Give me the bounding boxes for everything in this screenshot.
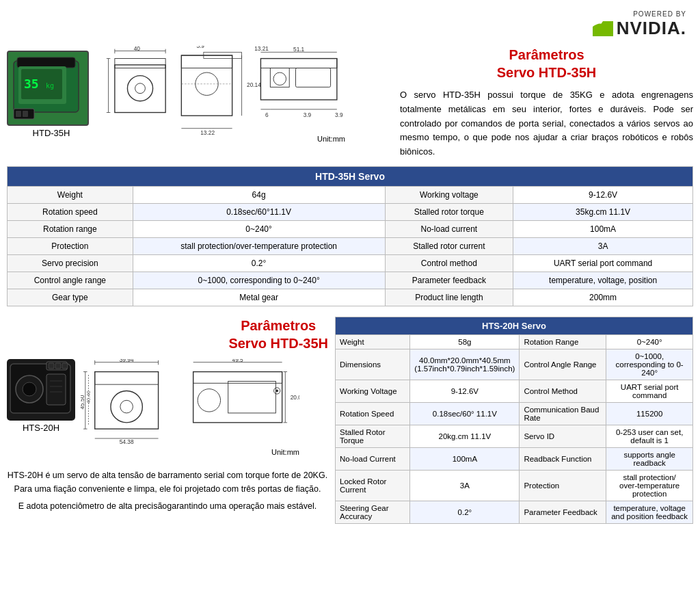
svg-text:13.21: 13.21 <box>254 46 269 52</box>
table-cell: 9-12.6V <box>513 186 693 203</box>
svg-rect-10 <box>23 111 28 117</box>
htd35h-label: HTD-35H <box>33 128 70 138</box>
table-cell: 0-253 user can set, default is 1 <box>606 425 693 447</box>
svg-point-59 <box>111 391 142 422</box>
htd35h-table-header: HTD-35H Servo <box>8 166 693 186</box>
htd35h-image-section: 35 kg HTD-35H <box>7 46 396 146</box>
svg-text:3.9: 3.9 <box>304 111 312 118</box>
table-cell: 0~240° <box>606 334 693 349</box>
svg-text:49.5: 49.5 <box>232 359 244 363</box>
svg-rect-11 <box>115 65 165 113</box>
table-cell: 35kg.cm 11.1V <box>513 203 693 220</box>
table-cell: Locked Rotor Current <box>336 470 410 501</box>
table-row: Protection stall protection/over-tempera… <box>8 237 693 254</box>
svg-point-12 <box>127 76 152 101</box>
htd35h-photo-col: 35 kg HTD-35H <box>7 51 96 138</box>
svg-point-75 <box>198 389 220 412</box>
svg-point-60 <box>120 400 133 413</box>
table-row: Weight 64g Working voltage 9-12.6V <box>8 186 693 203</box>
lower-left: Parâmetros Servo HTD-35H <box>7 317 328 524</box>
table-cell: 0.18sec/60°11.1V <box>133 203 385 220</box>
htd35h-description: O servo HTD-35H possui torque de 35KG e … <box>400 88 693 159</box>
table-cell: Rotation range <box>8 220 133 237</box>
table-cell: 100mA <box>410 447 520 470</box>
svg-text:3.9: 3.9 <box>196 46 204 49</box>
table-row: Rotation speed 0.18sec/60°11.1V Stalled … <box>8 203 693 220</box>
svg-point-13 <box>135 83 146 94</box>
table-cell: Working voltage <box>385 186 513 203</box>
table-cell: 20kg.cm 11.1V <box>410 425 520 447</box>
table-cell: Servo ID <box>520 425 606 447</box>
table-cell: Weight <box>8 186 133 203</box>
htd35h-photo-svg: 35 kg <box>10 54 85 122</box>
table-cell: Stalled Rotor Torque <box>336 425 410 447</box>
table-cell: 0~240° <box>133 220 385 237</box>
hts20h-diagram-svg: 39.94 45.50 40.40 54.38 <box>81 359 299 448</box>
table-cell: Gear type <box>8 289 133 306</box>
table-cell: 100mA <box>513 220 693 237</box>
nvidia-icon <box>593 21 613 36</box>
hts20h-photo-svg <box>9 360 74 419</box>
table-cell: Control angle range <box>8 272 133 289</box>
table-cell: stall protection/ over-temperature prote… <box>606 470 693 501</box>
table-cell: Servo precision <box>8 254 133 272</box>
htd35h-diagram-svg: 40 40 20.14 <box>106 46 352 135</box>
svg-text:51.1: 51.1 <box>293 46 305 53</box>
table-cell: temperature, voltage and position feedba… <box>606 501 693 523</box>
svg-text:45.50: 45.50 <box>81 395 85 409</box>
table-cell: supports angle readback <box>606 447 693 470</box>
svg-rect-3 <box>17 57 75 68</box>
nvidia-name: NVIDIA. <box>617 18 686 39</box>
svg-text:3.9: 3.9 <box>335 111 343 118</box>
table-cell: temperature, voltage, position <box>513 272 693 289</box>
svg-rect-24 <box>181 55 232 68</box>
svg-rect-35 <box>270 68 289 88</box>
table-cell: 0.2° <box>133 254 385 272</box>
svg-rect-37 <box>296 68 331 88</box>
svg-point-52 <box>23 382 36 396</box>
svg-text:40: 40 <box>134 46 141 52</box>
table-cell: Stalled rotor torque <box>385 203 513 220</box>
page: POWERED BY NVIDIA. <box>0 0 700 531</box>
svg-rect-76 <box>228 381 276 412</box>
table-cell: Parameter feedback <box>385 272 513 289</box>
svg-rect-23 <box>181 55 232 116</box>
table-cell: Control Angle Range <box>520 349 606 380</box>
hts20h-table: HTS-20H Servo Weight 58g Rotation Range … <box>335 317 693 524</box>
htd35h-table: HTD-35H Servo Weight 64g Working voltage… <box>7 166 693 306</box>
table-cell: Rotation speed <box>8 203 133 220</box>
table-cell: 3A <box>410 470 520 501</box>
svg-text:kg: kg <box>46 82 54 90</box>
table-row: Dimensions 40.0mm*20.0mm*40.5mm (1.57inc… <box>336 349 693 380</box>
hts20h-label: HTS-20H <box>23 423 59 433</box>
svg-rect-33 <box>260 59 336 100</box>
table-cell: Protection <box>8 237 133 254</box>
svg-text:13.22: 13.22 <box>200 129 215 135</box>
hts-title: Parâmetros Servo HTD-35H <box>228 317 328 352</box>
table-row: Rotation range 0~240° No-load current 10… <box>8 220 693 237</box>
table-cell: Protection <box>520 470 606 501</box>
hts20h-table-header: HTS-20H Servo <box>336 317 693 334</box>
lower-section: Parâmetros Servo HTD-35H <box>7 317 693 524</box>
htd35h-table-body: Weight 64g Working voltage 9-12.6V Rotat… <box>8 186 693 306</box>
svg-text:40.40: 40.40 <box>85 391 92 404</box>
table-cell: No-load current <box>385 220 513 237</box>
svg-rect-53 <box>46 374 66 405</box>
svg-point-36 <box>273 72 286 85</box>
table-cell: 115200 <box>606 402 693 425</box>
table-cell: Dimensions <box>336 349 410 380</box>
table-row: Stalled Rotor Torque 20kg.cm 11.1V Servo… <box>336 425 693 447</box>
table-cell: 0.2° <box>410 501 520 523</box>
htd35h-photo: 35 kg <box>7 51 89 126</box>
table-cell: Product line length <box>385 289 513 306</box>
table-cell: No-load Current <box>336 447 410 470</box>
svg-rect-50 <box>62 363 68 369</box>
svg-text:20.04: 20.04 <box>291 394 299 401</box>
table-cell: 9-12.6V <box>410 380 520 402</box>
svg-point-84 <box>275 390 278 393</box>
hts20h-table-body: Weight 58g Rotation Range 0~240° Dimensi… <box>336 334 693 523</box>
svg-text:40: 40 <box>106 83 107 90</box>
nvidia-logo: NVIDIA. <box>593 18 686 39</box>
table-cell: 0~1000, corresponding to 0~240° <box>133 272 385 289</box>
svg-rect-48 <box>49 363 54 369</box>
